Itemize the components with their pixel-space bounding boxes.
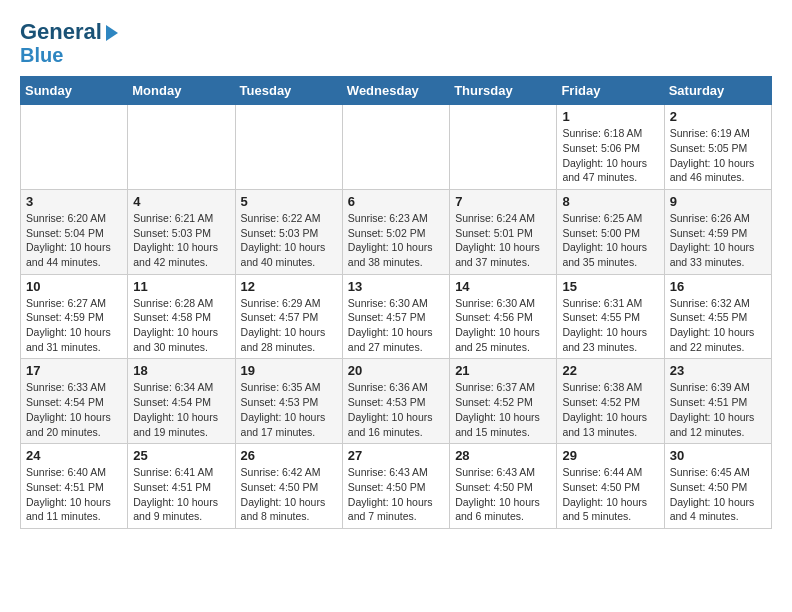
calendar-cell: 23Sunrise: 6:39 AM Sunset: 4:51 PM Dayli…: [664, 359, 771, 444]
calendar-cell: 15Sunrise: 6:31 AM Sunset: 4:55 PM Dayli…: [557, 274, 664, 359]
calendar-cell: 13Sunrise: 6:30 AM Sunset: 4:57 PM Dayli…: [342, 274, 449, 359]
weekday-header-tuesday: Tuesday: [235, 77, 342, 105]
day-number: 4: [133, 194, 229, 209]
calendar-cell: [21, 105, 128, 190]
day-number: 14: [455, 279, 551, 294]
page-header: General Blue: [20, 20, 772, 66]
calendar-cell: 14Sunrise: 6:30 AM Sunset: 4:56 PM Dayli…: [450, 274, 557, 359]
calendar-cell: [128, 105, 235, 190]
calendar-cell: 7Sunrise: 6:24 AM Sunset: 5:01 PM Daylig…: [450, 189, 557, 274]
day-number: 21: [455, 363, 551, 378]
day-number: 7: [455, 194, 551, 209]
calendar-cell: 4Sunrise: 6:21 AM Sunset: 5:03 PM Daylig…: [128, 189, 235, 274]
day-number: 17: [26, 363, 122, 378]
day-info: Sunrise: 6:35 AM Sunset: 4:53 PM Dayligh…: [241, 380, 337, 439]
day-info: Sunrise: 6:38 AM Sunset: 4:52 PM Dayligh…: [562, 380, 658, 439]
day-info: Sunrise: 6:18 AM Sunset: 5:06 PM Dayligh…: [562, 126, 658, 185]
day-number: 20: [348, 363, 444, 378]
day-number: 29: [562, 448, 658, 463]
day-info: Sunrise: 6:25 AM Sunset: 5:00 PM Dayligh…: [562, 211, 658, 270]
calendar-cell: 10Sunrise: 6:27 AM Sunset: 4:59 PM Dayli…: [21, 274, 128, 359]
calendar-cell: 19Sunrise: 6:35 AM Sunset: 4:53 PM Dayli…: [235, 359, 342, 444]
weekday-header-friday: Friday: [557, 77, 664, 105]
day-info: Sunrise: 6:37 AM Sunset: 4:52 PM Dayligh…: [455, 380, 551, 439]
logo-text: General: [20, 20, 118, 44]
day-info: Sunrise: 6:29 AM Sunset: 4:57 PM Dayligh…: [241, 296, 337, 355]
calendar-cell: 3Sunrise: 6:20 AM Sunset: 5:04 PM Daylig…: [21, 189, 128, 274]
day-number: 3: [26, 194, 122, 209]
day-info: Sunrise: 6:24 AM Sunset: 5:01 PM Dayligh…: [455, 211, 551, 270]
day-number: 30: [670, 448, 766, 463]
day-info: Sunrise: 6:27 AM Sunset: 4:59 PM Dayligh…: [26, 296, 122, 355]
day-number: 8: [562, 194, 658, 209]
day-number: 27: [348, 448, 444, 463]
day-number: 13: [348, 279, 444, 294]
day-number: 18: [133, 363, 229, 378]
calendar-cell: 6Sunrise: 6:23 AM Sunset: 5:02 PM Daylig…: [342, 189, 449, 274]
day-info: Sunrise: 6:32 AM Sunset: 4:55 PM Dayligh…: [670, 296, 766, 355]
calendar-cell: 17Sunrise: 6:33 AM Sunset: 4:54 PM Dayli…: [21, 359, 128, 444]
calendar-cell: 28Sunrise: 6:43 AM Sunset: 4:50 PM Dayli…: [450, 444, 557, 529]
day-number: 5: [241, 194, 337, 209]
day-info: Sunrise: 6:31 AM Sunset: 4:55 PM Dayligh…: [562, 296, 658, 355]
calendar-cell: 5Sunrise: 6:22 AM Sunset: 5:03 PM Daylig…: [235, 189, 342, 274]
day-number: 25: [133, 448, 229, 463]
day-info: Sunrise: 6:23 AM Sunset: 5:02 PM Dayligh…: [348, 211, 444, 270]
day-number: 11: [133, 279, 229, 294]
calendar-cell: 27Sunrise: 6:43 AM Sunset: 4:50 PM Dayli…: [342, 444, 449, 529]
day-info: Sunrise: 6:43 AM Sunset: 4:50 PM Dayligh…: [455, 465, 551, 524]
weekday-header-saturday: Saturday: [664, 77, 771, 105]
weekday-header-thursday: Thursday: [450, 77, 557, 105]
day-info: Sunrise: 6:36 AM Sunset: 4:53 PM Dayligh…: [348, 380, 444, 439]
calendar-cell: [235, 105, 342, 190]
calendar-cell: 20Sunrise: 6:36 AM Sunset: 4:53 PM Dayli…: [342, 359, 449, 444]
calendar-cell: 9Sunrise: 6:26 AM Sunset: 4:59 PM Daylig…: [664, 189, 771, 274]
day-info: Sunrise: 6:21 AM Sunset: 5:03 PM Dayligh…: [133, 211, 229, 270]
day-number: 6: [348, 194, 444, 209]
day-number: 24: [26, 448, 122, 463]
calendar-cell: 16Sunrise: 6:32 AM Sunset: 4:55 PM Dayli…: [664, 274, 771, 359]
day-info: Sunrise: 6:28 AM Sunset: 4:58 PM Dayligh…: [133, 296, 229, 355]
day-number: 15: [562, 279, 658, 294]
calendar-cell: 18Sunrise: 6:34 AM Sunset: 4:54 PM Dayli…: [128, 359, 235, 444]
logo: General Blue: [20, 20, 118, 66]
calendar-cell: [342, 105, 449, 190]
day-info: Sunrise: 6:41 AM Sunset: 4:51 PM Dayligh…: [133, 465, 229, 524]
weekday-header-monday: Monday: [128, 77, 235, 105]
day-info: Sunrise: 6:19 AM Sunset: 5:05 PM Dayligh…: [670, 126, 766, 185]
calendar-cell: 21Sunrise: 6:37 AM Sunset: 4:52 PM Dayli…: [450, 359, 557, 444]
day-number: 22: [562, 363, 658, 378]
day-number: 26: [241, 448, 337, 463]
calendar-cell: 25Sunrise: 6:41 AM Sunset: 4:51 PM Dayli…: [128, 444, 235, 529]
day-info: Sunrise: 6:44 AM Sunset: 4:50 PM Dayligh…: [562, 465, 658, 524]
day-number: 10: [26, 279, 122, 294]
day-number: 1: [562, 109, 658, 124]
calendar-cell: 8Sunrise: 6:25 AM Sunset: 5:00 PM Daylig…: [557, 189, 664, 274]
calendar-cell: 11Sunrise: 6:28 AM Sunset: 4:58 PM Dayli…: [128, 274, 235, 359]
calendar-header: SundayMondayTuesdayWednesdayThursdayFrid…: [21, 77, 772, 105]
day-number: 16: [670, 279, 766, 294]
day-info: Sunrise: 6:26 AM Sunset: 4:59 PM Dayligh…: [670, 211, 766, 270]
calendar-cell: 1Sunrise: 6:18 AM Sunset: 5:06 PM Daylig…: [557, 105, 664, 190]
calendar-cell: [450, 105, 557, 190]
day-info: Sunrise: 6:43 AM Sunset: 4:50 PM Dayligh…: [348, 465, 444, 524]
weekday-header-sunday: Sunday: [21, 77, 128, 105]
calendar-table: SundayMondayTuesdayWednesdayThursdayFrid…: [20, 76, 772, 529]
calendar-cell: 26Sunrise: 6:42 AM Sunset: 4:50 PM Dayli…: [235, 444, 342, 529]
day-info: Sunrise: 6:39 AM Sunset: 4:51 PM Dayligh…: [670, 380, 766, 439]
calendar-cell: 29Sunrise: 6:44 AM Sunset: 4:50 PM Dayli…: [557, 444, 664, 529]
day-number: 12: [241, 279, 337, 294]
day-info: Sunrise: 6:22 AM Sunset: 5:03 PM Dayligh…: [241, 211, 337, 270]
day-info: Sunrise: 6:45 AM Sunset: 4:50 PM Dayligh…: [670, 465, 766, 524]
calendar-cell: 22Sunrise: 6:38 AM Sunset: 4:52 PM Dayli…: [557, 359, 664, 444]
day-info: Sunrise: 6:40 AM Sunset: 4:51 PM Dayligh…: [26, 465, 122, 524]
day-number: 9: [670, 194, 766, 209]
day-info: Sunrise: 6:20 AM Sunset: 5:04 PM Dayligh…: [26, 211, 122, 270]
calendar-cell: 2Sunrise: 6:19 AM Sunset: 5:05 PM Daylig…: [664, 105, 771, 190]
calendar-cell: 24Sunrise: 6:40 AM Sunset: 4:51 PM Dayli…: [21, 444, 128, 529]
calendar-cell: 12Sunrise: 6:29 AM Sunset: 4:57 PM Dayli…: [235, 274, 342, 359]
day-info: Sunrise: 6:42 AM Sunset: 4:50 PM Dayligh…: [241, 465, 337, 524]
logo-subtext: Blue: [20, 44, 63, 66]
day-number: 28: [455, 448, 551, 463]
calendar-cell: 30Sunrise: 6:45 AM Sunset: 4:50 PM Dayli…: [664, 444, 771, 529]
